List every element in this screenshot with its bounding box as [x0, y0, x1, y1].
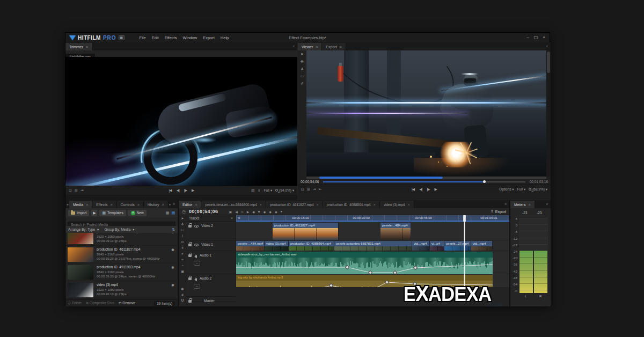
item-settings-icon[interactable]: ✱: [171, 266, 174, 270]
envelope-tool-icon[interactable]: ~: [181, 258, 184, 261]
playhead[interactable]: [464, 215, 465, 287]
track-header-video-1[interactable]: Video 1: [186, 240, 236, 251]
media-item[interactable]: production ID_4911983.mp43840 × 2160 pix…: [65, 263, 178, 281]
close-tab-icon[interactable]: ×: [260, 203, 262, 207]
item-settings-icon[interactable]: ✱: [171, 283, 174, 288]
list-view-icon[interactable]: ▤: [171, 211, 175, 215]
slice-tool-icon[interactable]: ✂: [181, 228, 184, 232]
trimmer-preview[interactable]: [65, 57, 297, 186]
timeline-clip[interactable]: production ID_4611827.mp4: [273, 223, 339, 240]
panel-menu-icon[interactable]: ≡: [546, 202, 548, 206]
lock-icon[interactable]: [188, 244, 192, 246]
import-options-button[interactable]: ▶: [91, 210, 97, 216]
tab-media[interactable]: Media≡: [69, 201, 92, 208]
templates-button[interactable]: ▦Templates: [99, 210, 126, 216]
timeline-clip[interactable]: production ID_4088864.mp4: [289, 241, 334, 251]
marker-tool-icon[interactable]: ▣: [181, 269, 184, 273]
set-in-icon[interactable]: ⇥: [80, 188, 84, 193]
overwrite-icon[interactable]: ■: [258, 210, 260, 214]
maximize-button[interactable]: ▢: [534, 35, 538, 40]
lock-icon[interactable]: [188, 225, 192, 228]
visibility-icon[interactable]: [194, 244, 199, 246]
slip-tool-icon[interactable]: I: [182, 234, 183, 238]
playhead-handle[interactable]: [483, 180, 486, 183]
tab-controls[interactable]: Controls≡: [117, 201, 144, 208]
panel-menu-icon[interactable]: ≡: [86, 45, 88, 49]
mask-tool-icon[interactable]: ▭: [301, 74, 304, 78]
new-button[interactable]: +New: [128, 210, 147, 216]
set-out-icon[interactable]: ⇤: [319, 187, 322, 192]
go-to-start-button[interactable]: |◀: [169, 188, 172, 193]
duplicate-view-icon[interactable]: ⊞: [307, 187, 310, 192]
options-dropdown[interactable]: Options ▾: [499, 187, 514, 192]
new-folder-button[interactable]: ▱ Folder: [68, 301, 82, 305]
tab-trimmer[interactable]: Trimmer≡: [65, 43, 92, 50]
media-item[interactable]: video (3).mp41920 × 1080 pixels00:00:46:…: [65, 281, 178, 299]
slide-icon[interactable]: ◆: [275, 210, 277, 214]
slide-tool-icon[interactable]: ⊘: [181, 240, 184, 244]
speaker-icon[interactable]: [194, 255, 197, 258]
next-keyframe-icon[interactable]: ▶: [247, 210, 250, 214]
fade-tool-icon[interactable]: ◔: [181, 263, 184, 267]
ripple-tool-icon[interactable]: ≠: [181, 252, 184, 255]
automation-icon[interactable]: ~: [194, 261, 200, 266]
ripple-icon[interactable]: ◆: [264, 210, 266, 214]
panel-menu-icon[interactable]: ≡: [504, 202, 507, 206]
select-tool-icon[interactable]: ➤: [301, 52, 304, 56]
panel-menu-icon[interactable]: ≡: [292, 45, 295, 48]
tab-production ID_4088804.mp4[interactable]: production ID_4088804.mp4×: [323, 201, 380, 208]
tab-pexels-tima-mi...ko-5846800.mp4[interactable]: pexels-tima-mi...ko-5846800.mp4×: [201, 201, 266, 208]
tab-video (3).mp4[interactable]: video (3).mp4×: [380, 201, 414, 208]
minimize-button[interactable]: –: [526, 35, 529, 40]
next-frame-button[interactable]: |▶: [427, 187, 429, 192]
tracks-menu-icon[interactable]: ≡: [231, 216, 233, 220]
audio-clip[interactable]: sidewalk-strut_by_rex-banner_Artlist.wav: [236, 252, 493, 274]
track-header-audio-1[interactable]: ~Audio 1: [186, 251, 236, 274]
time-ruler[interactable]: 000:00:15:0000:00:30:0000:00:45:0000:01:…: [236, 215, 509, 222]
tab-effects[interactable]: Effects≡: [92, 201, 116, 208]
timeline-clip[interactable]: vid...mp4: [471, 241, 493, 251]
select-tool-icon[interactable]: ➤: [181, 216, 184, 220]
close-tab-icon[interactable]: ×: [374, 203, 376, 207]
remove-button[interactable]: ⊟ Remove: [119, 301, 135, 305]
item-settings-icon[interactable]: ✱: [171, 233, 174, 235]
viewer-scrollbar[interactable]: [546, 50, 551, 177]
previous-frame-button[interactable]: ◀|: [419, 187, 422, 192]
set-in-icon[interactable]: ⇥: [313, 187, 316, 192]
next-frame-button[interactable]: |▶: [184, 188, 187, 193]
close-tab-icon[interactable]: ×: [317, 203, 319, 207]
close-button[interactable]: ×: [543, 35, 545, 40]
timeline-clip[interactable]: pexels-cottonbro-5657831.mp4: [334, 241, 412, 251]
roll-icon[interactable]: ◆: [269, 210, 272, 214]
viewer-preview[interactable]: [306, 50, 546, 177]
item-settings-icon[interactable]: ✱: [171, 248, 174, 252]
tab-viewer[interactable]: Viewer≡: [298, 43, 322, 50]
snapshot-icon[interactable]: ⇓: [258, 188, 261, 193]
lock-icon[interactable]: [188, 277, 192, 280]
zoom-dropdown[interactable]: (94.0%) ▾: [275, 188, 294, 193]
tab-export[interactable]: Export≡: [322, 43, 346, 50]
loop-icon[interactable]: ⊡: [69, 188, 72, 193]
text-tool-icon[interactable]: A: [301, 67, 304, 71]
insert-icon[interactable]: ◆: [252, 210, 255, 214]
prev-keyframe-icon[interactable]: ◀: [235, 210, 238, 214]
audio-levels-icon[interactable]: ▥: [251, 188, 255, 193]
hand-tool-icon[interactable]: ✜: [181, 222, 184, 226]
menu-help[interactable]: Help: [221, 35, 229, 40]
lock-icon[interactable]: [188, 254, 192, 257]
rate-stretch-icon[interactable]: ±: [181, 246, 184, 250]
record-icon[interactable]: ●: [281, 210, 283, 214]
fit-mode-dropdown[interactable]: Full ▾: [264, 188, 273, 193]
media-item[interactable]: production ID_4088804.mp41920 × 1080 pix…: [65, 233, 178, 246]
go-to-start-button[interactable]: |◀: [412, 187, 414, 192]
fit-mode-dropdown[interactable]: Full ▾: [517, 187, 526, 192]
menu-window[interactable]: Window: [182, 35, 197, 40]
import-button[interactable]: Import: [68, 210, 89, 216]
tab-meters[interactable]: Meters≡: [510, 201, 535, 208]
menu-export[interactable]: Export: [203, 35, 215, 40]
speaker-icon[interactable]: [194, 278, 197, 281]
group-by-dropdown[interactable]: Group By: Media: [104, 228, 130, 231]
tab-history[interactable]: History≡: [144, 201, 169, 208]
menu-effects[interactable]: Effects: [165, 35, 177, 40]
menu-edit[interactable]: Edit: [152, 35, 159, 40]
